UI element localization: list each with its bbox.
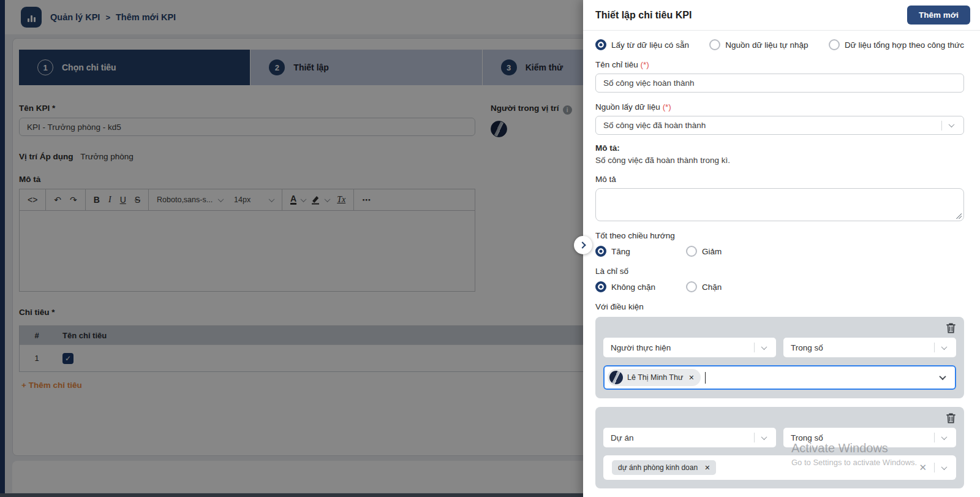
chevron-down-icon[interactable] — [941, 434, 948, 440]
remove-tag-icon[interactable]: ✕ — [704, 464, 710, 472]
radio-du-lieu-tong-hop[interactable]: Dữ liệu tổng hợp theo công thức — [829, 39, 964, 50]
chevron-down-icon[interactable] — [761, 434, 767, 440]
selected-tag: Lê Thị Minh Thư ✕ — [608, 369, 701, 386]
clear-selection-icon[interactable]: ✕ — [919, 462, 927, 473]
required-mark: (*) — [663, 102, 671, 112]
condition-values-multiselect[interactable]: Lê Thị Minh Thư ✕ — [603, 365, 956, 390]
ten-chi-tieu-label: Tên chỉ tiêu (*) — [595, 60, 964, 69]
direction-label: Tốt theo chiều hướng — [595, 231, 964, 240]
radio-khong-chan[interactable]: Không chặn — [595, 281, 686, 292]
mo-ta-readonly-label: Mô tả: — [595, 143, 964, 153]
is-index-radio-group: Không chặn Chặn — [595, 281, 964, 292]
direction-radio-group: Tăng Giảm — [595, 246, 964, 257]
radio-chan[interactable]: Chặn — [686, 281, 722, 292]
nguon-lay-du-lieu-value: Số công việc đã hoàn thành — [603, 121, 706, 130]
radio-lay-tu-du-lieu-co-san[interactable]: Lấy từ dữ liệu có sẵn — [595, 39, 689, 50]
panel-title: Thiết lập chỉ tiêu KPI — [595, 10, 692, 21]
tag-avatar — [609, 371, 623, 384]
thiet-lap-chi-tieu-panel: Thiết lập chỉ tiêu KPI Thêm mới Lấy từ d… — [583, 0, 980, 497]
radio-giam[interactable]: Giảm — [686, 246, 722, 257]
selected-tag: dự ánh phòng kinh doan ✕ — [612, 460, 716, 475]
ten-chi-tieu-value: Số công việc hoàn thành — [603, 78, 695, 88]
chevron-down-icon[interactable] — [761, 344, 767, 350]
nguon-lay-du-lieu-select[interactable]: Số công việc đã hoàn thành — [595, 116, 964, 135]
chevron-down-icon[interactable] — [949, 121, 955, 127]
is-index-label: Là chỉ số — [595, 267, 964, 276]
collapse-panel-button[interactable] — [574, 236, 592, 254]
chevron-down-icon[interactable] — [941, 344, 948, 350]
them-moi-button[interactable]: Thêm mới — [907, 6, 970, 25]
radio-nguon-du-lieu-tu-nhap[interactable]: Nguồn dữ liệu tự nhập — [709, 39, 808, 50]
conditions-label: Với điều kiện — [595, 302, 964, 311]
condition-field-select[interactable]: Dự án — [603, 428, 776, 447]
tag-label: Lê Thị Minh Thư — [627, 373, 683, 382]
condition-card: Người thực hiện Trong số Lê Thị Minh Thư… — [595, 317, 964, 398]
radio-icon[interactable] — [686, 281, 697, 292]
mo-ta-textarea[interactable] — [595, 188, 964, 221]
data-source-radio-group: Lấy từ dữ liệu có sẵn Nguồn dữ liệu tự n… — [595, 39, 964, 50]
mo-ta-readonly-value: Số công việc đã hoàn thành trong kì. — [595, 156, 964, 165]
ten-chi-tieu-input[interactable]: Số công việc hoàn thành — [595, 74, 964, 93]
mo-ta-input-label: Mô tả — [595, 175, 964, 184]
trash-icon — [946, 413, 956, 423]
radio-tang[interactable]: Tăng — [595, 246, 686, 257]
radio-icon[interactable] — [595, 39, 606, 50]
condition-card: Dự án Trong số dự ánh phòng kinh doan ✕ … — [595, 407, 964, 488]
condition-operator-select[interactable]: Trong số — [783, 428, 956, 447]
condition-values-multiselect[interactable]: dự ánh phòng kinh doan ✕ ✕ — [603, 455, 956, 480]
chevron-down-icon[interactable] — [939, 373, 946, 380]
chevron-right-icon — [579, 241, 586, 248]
condition-field-select[interactable]: Người thực hiện — [603, 338, 776, 357]
trash-icon — [946, 323, 956, 333]
chevron-down-icon[interactable] — [941, 464, 948, 470]
tag-label: dự ánh phòng kinh doan — [618, 463, 698, 472]
resize-grip-icon[interactable] — [956, 213, 962, 219]
radio-icon[interactable] — [686, 246, 697, 257]
nguon-lay-du-lieu-label: Nguồn lấy dữ liệu (*) — [595, 102, 964, 112]
condition-operator-select[interactable]: Trong số — [783, 338, 956, 357]
required-mark: (*) — [641, 60, 649, 69]
panel-header: Thiết lập chỉ tiêu KPI Thêm mới — [583, 0, 980, 31]
radio-icon[interactable] — [595, 246, 606, 257]
radio-icon[interactable] — [595, 281, 606, 292]
delete-condition-button[interactable] — [945, 412, 956, 423]
delete-condition-button[interactable] — [945, 322, 956, 333]
radio-icon[interactable] — [829, 39, 840, 50]
remove-tag-icon[interactable]: ✕ — [688, 374, 694, 382]
radio-icon[interactable] — [709, 39, 720, 50]
text-cursor — [705, 372, 706, 384]
